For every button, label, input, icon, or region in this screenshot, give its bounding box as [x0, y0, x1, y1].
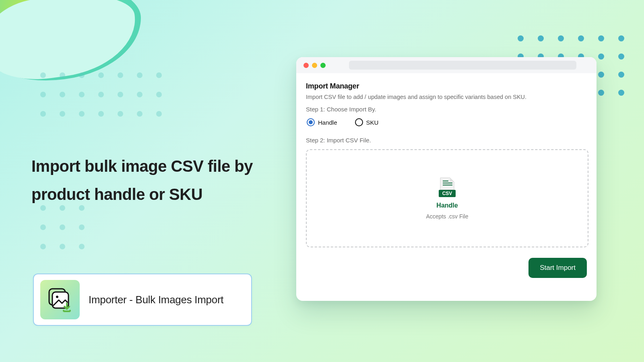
- page-headline: Import bulk image CSV file by product ha…: [31, 152, 261, 208]
- import-by-radio-group: Handle SKU: [306, 118, 587, 126]
- radio-unselected-icon: [355, 118, 363, 126]
- app-badge-card: Importer - Bulk Images Import: [33, 274, 252, 326]
- address-bar[interactable]: [349, 61, 576, 70]
- radio-label: Handle: [318, 119, 337, 126]
- decorative-dot-grid: [40, 72, 162, 117]
- minimize-icon[interactable]: [312, 63, 317, 68]
- window-body: Import Manager Import CSV file to add / …: [296, 73, 597, 288]
- start-import-button[interactable]: Start Import: [528, 258, 587, 278]
- radio-option-handle[interactable]: Handle: [307, 118, 337, 126]
- close-icon[interactable]: [303, 63, 309, 68]
- radio-selected-icon: [307, 118, 315, 126]
- radio-label: SKU: [366, 119, 379, 126]
- window-titlebar: [296, 57, 597, 73]
- step-1-label: Step 1: Choose Import By.: [306, 106, 587, 113]
- app-icon: [40, 280, 80, 319]
- step-2-label: Step 2: Import CSV File.: [306, 137, 587, 144]
- decorative-dot-grid: [40, 205, 85, 249]
- svg-point-2: [56, 296, 58, 298]
- radio-option-sku[interactable]: SKU: [355, 118, 379, 126]
- browser-window: Import Manager Import CSV file to add / …: [296, 57, 597, 301]
- svg-text:CSV: CSV: [442, 191, 452, 196]
- maximize-icon[interactable]: [320, 63, 326, 68]
- section-title: Import Manager: [306, 82, 587, 90]
- dropzone-label: Handle: [436, 202, 458, 209]
- promo-canvas: Import bulk image CSV file by product ha…: [0, 0, 644, 362]
- app-badge-title: Importer - Bulk Images Import: [89, 294, 223, 306]
- section-subtitle: Import CSV file to add / update images a…: [306, 94, 587, 100]
- csv-dropzone[interactable]: CSV Handle Accepts .csv File: [306, 149, 588, 247]
- images-download-icon: [47, 287, 72, 312]
- dropzone-sublabel: Accepts .csv File: [426, 213, 468, 220]
- csv-file-icon: CSV: [438, 177, 456, 198]
